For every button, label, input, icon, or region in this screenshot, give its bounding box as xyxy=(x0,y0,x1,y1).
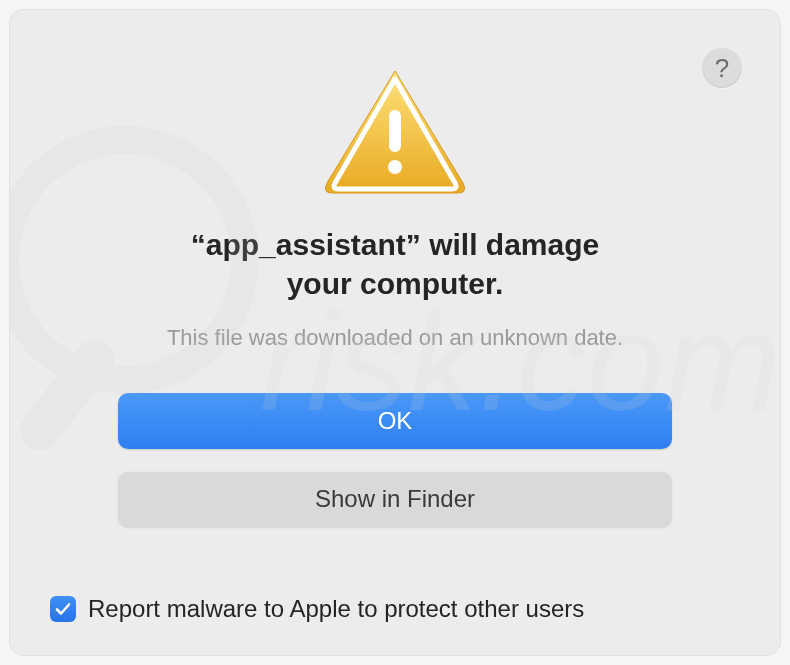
gatekeeper-dialog: risk.com ? “app_assistant” will damage y… xyxy=(10,10,780,655)
ok-button[interactable]: OK xyxy=(118,393,672,449)
svg-line-1 xyxy=(40,360,95,430)
checkmark-icon xyxy=(54,600,72,618)
ok-button-label: OK xyxy=(378,407,413,435)
title-line-1: “app_assistant” will damage xyxy=(191,228,599,261)
report-malware-checkbox[interactable] xyxy=(50,596,76,622)
svg-point-4 xyxy=(388,160,402,174)
show-in-finder-label: Show in Finder xyxy=(315,485,475,513)
report-malware-row: Report malware to Apple to protect other… xyxy=(50,595,584,623)
dialog-subtitle: This file was downloaded on an unknown d… xyxy=(167,325,623,351)
help-icon: ? xyxy=(715,53,729,84)
help-button[interactable]: ? xyxy=(702,48,742,88)
dialog-title: “app_assistant” will damage your compute… xyxy=(191,225,599,303)
show-in-finder-button[interactable]: Show in Finder xyxy=(118,471,672,527)
button-group: OK Show in Finder xyxy=(118,393,672,527)
title-line-2: your computer. xyxy=(287,267,504,300)
svg-rect-3 xyxy=(389,110,401,152)
report-malware-label[interactable]: Report malware to Apple to protect other… xyxy=(88,595,584,623)
warning-icon xyxy=(320,65,470,195)
